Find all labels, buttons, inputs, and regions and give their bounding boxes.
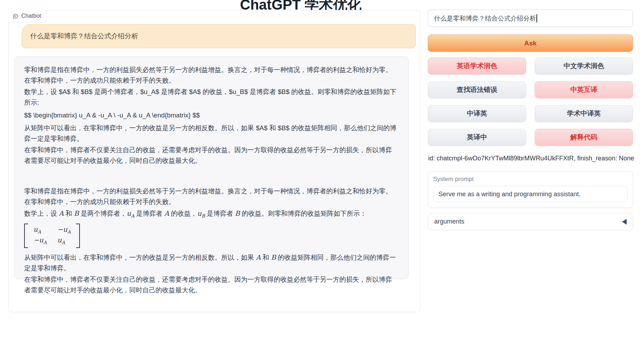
chatbot-label-text: Chatbot xyxy=(21,13,41,19)
system-prompt-panel: System prompt Serve me as a writing and … xyxy=(428,171,633,208)
math-var: B xyxy=(74,209,79,217)
matrix-cell: uA xyxy=(58,236,71,247)
quick-button-find-grammar-errors[interactable]: 查找语法错误 xyxy=(428,81,526,98)
user-message-text: 什么是零和博弈？结合公式介绍分析 xyxy=(30,32,138,41)
quick-button-explain-code[interactable]: 解释代码 xyxy=(535,129,633,146)
chat-bubble-icon xyxy=(12,13,18,19)
bot-rendered-paragraph-math: 从矩阵中可以看出，在零和博弈中，一方的收益是另一方的相反数。所以，如果 A 和 … xyxy=(24,252,398,274)
chatbot-label: Chatbot xyxy=(8,10,47,22)
quick-button-zh-en-mutual-translate[interactable]: 中英互译 xyxy=(535,81,633,98)
bot-raw-paragraph: 零和博弈是指在博弈中，一方的利益损失必然等于另一方的利益增益。换言之，对于每一种… xyxy=(24,65,398,86)
quick-button-chinese-academic-polish[interactable]: 中文学术润色 xyxy=(535,57,633,75)
system-prompt-label: System prompt xyxy=(433,176,628,183)
ask-button-label: Ask xyxy=(524,39,537,47)
system-prompt-input[interactable]: Serve me as a writing and programming as… xyxy=(433,186,628,202)
math-var: B xyxy=(271,253,276,261)
bot-raw-latex-formula: $$ \begin{bmatrix} u_A & -u_A \ -u_A & u… xyxy=(24,110,398,121)
quick-button-academic-zh-to-en[interactable]: 学术中译英 xyxy=(535,105,633,122)
bot-rendered-paragraph: 在零和博弈中，博弈者不仅要关注自己的收益，还需要考虑对手的收益。因为一方取得的收… xyxy=(24,274,398,296)
system-prompt-value: Serve me as a writing and programming as… xyxy=(438,191,580,198)
ask-button[interactable]: Ask xyxy=(428,34,633,52)
message-block-gap xyxy=(24,167,398,185)
response-status-line: id: chatcmpl-6wOo7KrYTwMl89lbrMWRu4UkFFX… xyxy=(428,155,634,162)
accordion-collapsed-arrow-icon xyxy=(622,219,627,225)
quick-button-zh-to-en[interactable]: 中译英 xyxy=(428,105,526,122)
bot-raw-paragraph: 在零和博弈中，博弈者不仅要关注自己的收益，还需要考虑对手的收益。因为一方取得的收… xyxy=(24,145,398,166)
math-var: A xyxy=(256,253,261,261)
question-input[interactable]: 什么是零和博弈？结合公式介绍分析 xyxy=(428,10,633,27)
bot-raw-paragraph: 数学上，设 $A$ 和 $B$ 是两个博弈者，$u_A$ 是博弈者 $A$ 的收… xyxy=(24,87,398,108)
arguments-accordion-label: arguments xyxy=(434,218,464,225)
text-cursor xyxy=(536,14,537,22)
math-var: A xyxy=(59,209,64,217)
matrix-left-bracket xyxy=(24,224,28,248)
matrix-right-bracket xyxy=(76,224,80,248)
matrix-cell: −uA xyxy=(33,236,47,247)
math-var: B xyxy=(235,209,240,217)
chatbot-panel: Chatbot 什么是零和博弈？结合公式介绍分析 零和博弈是指在博弈中，一方的利… xyxy=(8,10,420,312)
math-var: A xyxy=(164,209,169,217)
bot-rendered-paragraph-math: 数学上，设 A 和 B 是两个博弈者，uA 是博弈者 A 的收益，uB 是博弈者… xyxy=(24,208,398,221)
question-input-value: 什么是零和博弈？结合公式介绍分析 xyxy=(434,14,536,23)
quick-button-en-to-zh[interactable]: 英译中 xyxy=(428,129,526,146)
math-var: uB xyxy=(197,209,205,217)
math-var: uA xyxy=(127,209,135,217)
bot-message-bubble: 零和博弈是指在博弈中，一方的利益损失必然等于另一方的利益增益。换言之，对于每一种… xyxy=(14,56,409,279)
bot-rendered-paragraph: 零和博弈是指在博弈中，一方的利益损失必然等于另一方的利益增益。换言之，对于每一种… xyxy=(24,186,398,207)
matrix-cell: −uA xyxy=(58,225,71,236)
user-message-bubble: 什么是零和博弈？结合公式介绍分析 xyxy=(22,24,416,48)
payoff-matrix: uA −uA −uA uA xyxy=(24,224,80,248)
quick-button-english-academic-polish[interactable]: 英语学术润色 xyxy=(428,57,526,75)
arguments-accordion[interactable]: arguments xyxy=(428,213,633,230)
matrix-cell: uA xyxy=(33,225,47,236)
bot-raw-paragraph: 从矩阵中可以看出，在零和博弈中，一方的收益是另一方的相反数。所以，如果 $A$ … xyxy=(24,123,398,144)
